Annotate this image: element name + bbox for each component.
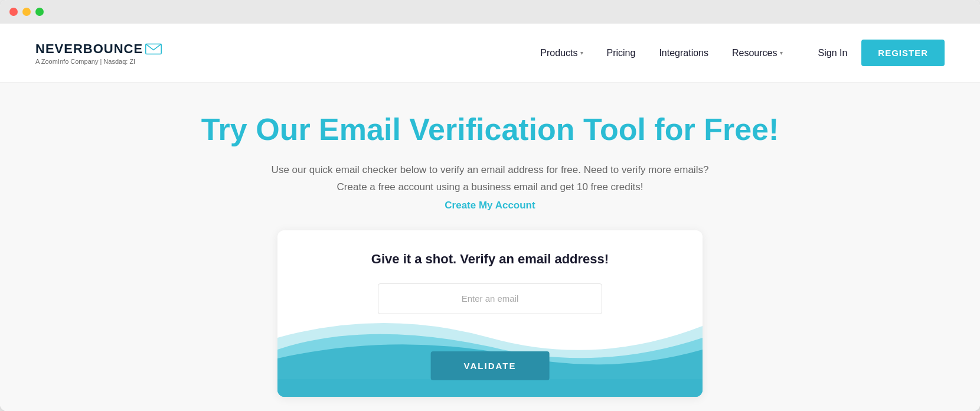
logo[interactable]: NEVERBOUNCE (35, 41, 162, 57)
navbar: NEVERBOUNCE A ZoomInfo Company | Nasdaq:… (0, 24, 980, 83)
sign-in-link[interactable]: Sign In (818, 48, 848, 58)
card-title: Give it a shot. Verify an email address! (301, 252, 679, 267)
chevron-down-icon: ▾ (580, 50, 583, 56)
nav-pricing-label: Pricing (607, 48, 636, 58)
logo-icon (145, 43, 162, 55)
register-button[interactable]: REGISTER (861, 40, 945, 66)
nav-links: Products ▾ Pricing Integrations Resource… (540, 48, 782, 58)
nav-actions: Sign In REGISTER (818, 40, 945, 66)
minimize-button-icon[interactable] (22, 8, 31, 16)
card-wave-area: VALIDATE (277, 302, 703, 397)
logo-subtitle: A ZoomInfo Company | Nasdaq: ZI (35, 58, 162, 65)
svg-rect-1 (277, 379, 703, 397)
email-input-wrap (301, 283, 679, 314)
page-headline: Try Our Email Verification Tool for Free… (201, 112, 779, 148)
nav-item-resources[interactable]: Resources ▾ (732, 48, 782, 58)
maximize-button-icon[interactable] (35, 8, 44, 16)
nav-item-integrations[interactable]: Integrations (659, 48, 708, 58)
nav-item-pricing[interactable]: Pricing (607, 48, 636, 58)
browser-window: NEVERBOUNCE A ZoomInfo Company | Nasdaq:… (0, 0, 980, 411)
verify-card: Give it a shot. Verify an email address! (277, 230, 703, 397)
nav-products-label: Products (540, 48, 577, 58)
logo-text-label: NEVERBOUNCE (35, 41, 143, 57)
page-content: NEVERBOUNCE A ZoomInfo Company | Nasdaq:… (0, 24, 980, 411)
validate-button-wrap: VALIDATE (431, 351, 550, 380)
card-top: Give it a shot. Verify an email address! (277, 230, 703, 314)
main-content: Try Our Email Verification Tool for Free… (0, 83, 980, 411)
chevron-down-icon-resources: ▾ (780, 50, 783, 56)
subtext-line1: Use our quick email checker below to ver… (272, 162, 709, 196)
nav-resources-label: Resources (732, 48, 777, 58)
email-input[interactable] (378, 283, 602, 314)
create-account-link[interactable]: Create My Account (445, 200, 535, 211)
browser-chrome (0, 0, 980, 24)
logo-area: NEVERBOUNCE A ZoomInfo Company | Nasdaq:… (35, 41, 162, 65)
nav-integrations-label: Integrations (659, 48, 708, 58)
nav-item-products[interactable]: Products ▾ (540, 48, 583, 58)
validate-button[interactable]: VALIDATE (431, 351, 550, 380)
close-button-icon[interactable] (9, 8, 18, 16)
